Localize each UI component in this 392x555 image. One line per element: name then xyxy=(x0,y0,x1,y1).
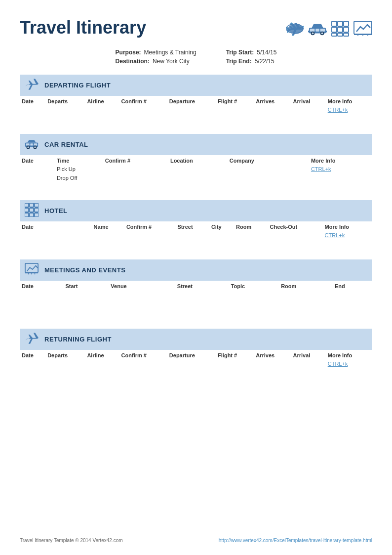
dep-departure xyxy=(167,105,216,116)
dep-more-info[interactable]: CTRL+k xyxy=(326,105,372,116)
returning-spacer xyxy=(20,370,372,379)
trip-end-row: Trip End: 5/22/15 xyxy=(226,58,277,65)
svg-rect-20 xyxy=(354,21,372,34)
ret-departs xyxy=(45,359,85,370)
ret-col-departure: Departure xyxy=(167,350,216,359)
meet-topic xyxy=(229,290,279,320)
hotel-n1 xyxy=(47,231,92,242)
svg-rect-3 xyxy=(320,29,325,32)
col-flight: Flight # xyxy=(216,96,254,105)
returning-title: RETURNING FLIGHT xyxy=(44,336,112,343)
meetings-table: Date Start Venue Street Topic Room End xyxy=(20,281,372,320)
svg-rect-2 xyxy=(310,29,315,32)
car-location xyxy=(168,165,228,173)
meetings-title: MEETINGS AND EVENTS xyxy=(44,266,125,274)
col-arrival: Arrival xyxy=(291,96,326,105)
departing-spacer xyxy=(20,116,372,125)
meet-col-end: End xyxy=(333,281,372,290)
hotel-table: Date Name Confirm # Street City Room Che… xyxy=(20,221,372,251)
ret-departure xyxy=(167,359,216,370)
car-more-info[interactable]: CTRL+k xyxy=(309,165,372,173)
destination-value: New York City xyxy=(153,58,190,65)
meetings-header: MEETINGS AND EVENTS xyxy=(20,259,372,281)
car-rental-header: CAR RENTAL xyxy=(20,134,372,155)
svg-rect-11 xyxy=(332,21,337,26)
svg-point-6 xyxy=(312,33,314,35)
dep-arrival xyxy=(291,105,326,116)
svg-rect-27 xyxy=(34,143,37,145)
car-ctrl-link[interactable]: CTRL+k xyxy=(311,166,331,172)
svg-rect-40 xyxy=(30,213,34,217)
footer-right-link[interactable]: http://www.vertex42.com/ExcelTemplates/t… xyxy=(219,538,372,543)
hotel-checkout xyxy=(268,231,322,242)
hotel-date xyxy=(20,231,47,242)
trip-end-label: Trip End: xyxy=(226,58,252,65)
hotel-room xyxy=(234,231,268,242)
car-icon xyxy=(308,21,327,40)
returning-ctrl-link[interactable]: CTRL+k xyxy=(328,361,348,367)
hotel-city xyxy=(209,231,234,242)
ret-col-airline: Airline xyxy=(85,350,119,359)
ret-col-arrives: Arrives xyxy=(254,350,291,359)
meet-col-room: Room xyxy=(279,281,333,290)
ret-flight xyxy=(216,359,254,370)
meet-col-venue2 xyxy=(164,281,175,290)
hotel-col-city: City xyxy=(209,221,234,231)
svg-rect-37 xyxy=(30,208,34,212)
ret-confirm xyxy=(119,359,167,370)
trip-start-label: Trip Start: xyxy=(226,49,254,56)
departing-plane-icon xyxy=(25,78,39,93)
car-col-company: Company xyxy=(228,155,291,165)
car-conf xyxy=(94,165,103,173)
car-header-row: Date Time Confirm # Location Company Mor… xyxy=(20,155,372,165)
svg-rect-16 xyxy=(344,27,349,32)
svg-point-8 xyxy=(321,33,323,35)
col-arrives: Arrives xyxy=(254,96,291,105)
hotel-street xyxy=(175,231,209,242)
hotel-col-checkout: Check-Out xyxy=(268,221,322,231)
hotel-header: HOTEL xyxy=(20,200,372,221)
car-company xyxy=(228,165,291,173)
dep-confirm xyxy=(119,105,167,116)
car-col-location: Location xyxy=(168,155,228,165)
svg-point-30 xyxy=(27,146,29,148)
hotel-header-row: Date Name Confirm # Street City Room Che… xyxy=(20,221,372,231)
dep-flight xyxy=(216,105,254,116)
col-confirm: Confirm # xyxy=(119,96,167,105)
hotel-icon xyxy=(331,21,350,40)
col-date: Date xyxy=(20,96,45,105)
svg-rect-13 xyxy=(344,21,349,26)
car-rental-section: CAR RENTAL Date Time Confirm # Location … xyxy=(20,134,372,191)
svg-rect-34 xyxy=(30,203,34,207)
svg-rect-12 xyxy=(338,21,343,26)
car-rental-title: CAR RENTAL xyxy=(44,141,88,148)
meetings-section: MEETINGS AND EVENTS Date Start Venue Str… xyxy=(20,259,372,320)
car-dropoff-row: Drop Off xyxy=(20,173,372,182)
returning-data-row: CTRL+k xyxy=(20,359,372,370)
header-icons xyxy=(285,18,372,40)
meet-street xyxy=(175,290,229,320)
page: Travel Itinerary xyxy=(0,0,392,555)
meet-room xyxy=(279,290,333,320)
col-departure: Departure xyxy=(167,96,216,105)
departing-table: Date Departs Airline Confirm # Departure… xyxy=(20,96,372,125)
svg-rect-14 xyxy=(332,27,337,32)
svg-rect-17 xyxy=(332,33,337,36)
destination-row: Destination: New York City xyxy=(116,58,196,65)
hotel-ctrl-link[interactable]: CTRL+k xyxy=(325,232,345,238)
departing-header: DEPARTING FLIGHT xyxy=(20,75,372,96)
hotel-confirm xyxy=(124,231,176,242)
hotel-more-info[interactable]: CTRL+k xyxy=(323,231,372,242)
purpose-value: Meetings & Training xyxy=(144,49,196,56)
departing-header-row: Date Departs Airline Confirm # Departure… xyxy=(20,96,372,105)
car-pickup-row: Pick Up CTRL+k xyxy=(20,165,372,173)
svg-rect-28 xyxy=(30,143,33,145)
hotel-data-row: CTRL+k xyxy=(20,231,372,242)
ret-more-info[interactable]: CTRL+k xyxy=(326,359,372,370)
purpose-row: Purpose: Meetings & Training xyxy=(116,49,196,56)
car-date2 xyxy=(20,173,55,182)
ret-col-arrival: Arrival xyxy=(291,350,326,359)
dep-arrives xyxy=(254,105,291,116)
departing-ctrl-link[interactable]: CTRL+k xyxy=(328,107,348,113)
svg-rect-33 xyxy=(25,203,29,207)
